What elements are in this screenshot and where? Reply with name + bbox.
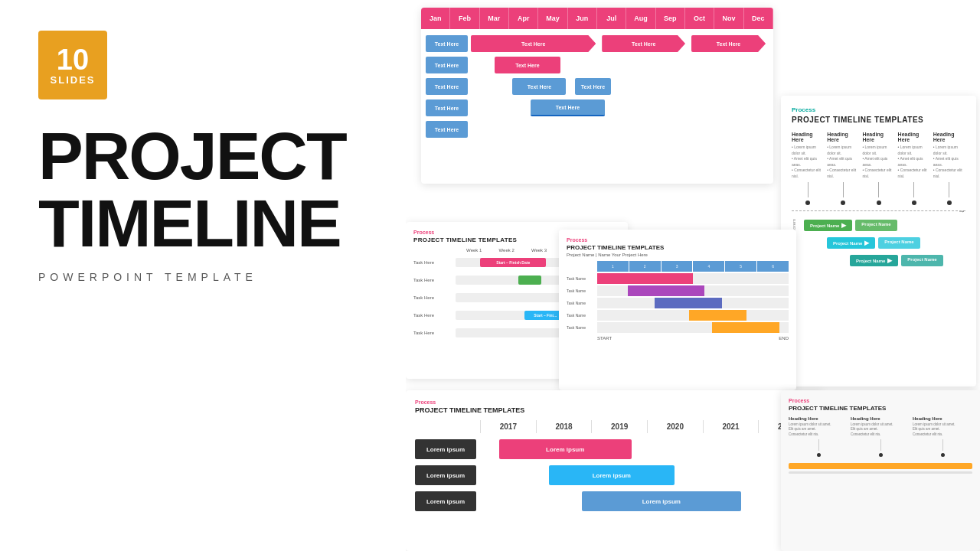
- bar-3b: Text Here: [575, 78, 611, 95]
- row-label-3: Text Here: [426, 78, 468, 95]
- heading-col-3: Heading Here • Lorem ipsum dolor sit.• A…: [862, 132, 894, 205]
- process-label-6: Process: [789, 398, 972, 403]
- subtitle: POWERPOINT TEMPLATE: [38, 271, 257, 283]
- col-text-4: • Lorem ipsum dolor sit.• Amet elit quis…: [898, 145, 930, 179]
- slide-preview-1[interactable]: JanFebMarAprMayJunJulAugSepOctNovDec Tex…: [421, 8, 773, 184]
- dashed-line: [792, 210, 965, 211]
- left-panel: 10 SLIDES PROJECT TIMELINE POWERPOINT TE…: [0, 0, 406, 551]
- task-name-c2: Task Name: [567, 285, 597, 296]
- col-title-3: Heading Here: [862, 132, 894, 142]
- task-track-c4: [597, 310, 789, 321]
- hcol-dot-6-3: [941, 453, 945, 457]
- row-label-2: Text Here: [426, 57, 468, 73]
- bar-2a: Text Here: [495, 57, 560, 73]
- lorem-row-2: Lorem ipsum Lorem ipsum: [415, 465, 814, 485]
- hcol-6-1: Heading Here Lorem ipsum dolor sit amet.…: [789, 416, 848, 457]
- col-title-5: Heading Here: [933, 132, 965, 142]
- slide-preview-6[interactable]: Process PROJECT TIMELINE TEMPLATES Headi…: [781, 390, 980, 551]
- month-sep: Sep: [656, 8, 685, 29]
- slide-title-4: PROJECT TIMELINE TEMPLATES: [567, 244, 789, 251]
- colored-bar-c1: [597, 273, 693, 284]
- heading-cols-6: Heading Here Lorem ipsum dolor sit amet.…: [789, 416, 972, 457]
- lorem-bar-2: Lorem ipsum: [549, 465, 675, 485]
- task-bar-1: Start – Finish Date: [480, 258, 546, 267]
- heading-col-4: Heading Here • Lorem ipsum dolor sit.• A…: [898, 132, 930, 205]
- col-line-3: [878, 182, 879, 197]
- heading-columns: Heading Here • Lorem ipsum dolor sit.• A…: [792, 132, 965, 205]
- process-label-2: Process: [792, 106, 965, 113]
- row-bar-area-1: Text Here Text Here Text Here: [471, 35, 769, 52]
- colored-row-3: Task Name: [567, 298, 789, 308]
- task-track-c5: [597, 322, 789, 333]
- proj-bar-2b: Project Name: [878, 237, 920, 249]
- bar-arrow-3a: ▶: [887, 257, 892, 264]
- proj-bar-1a: Project Name ▶: [804, 220, 852, 231]
- colored-row-4: Task Name: [567, 310, 789, 321]
- col-text-5: • Lorem ipsum dolor sit.• Amet elit quis…: [933, 145, 965, 179]
- colored-bar-c4: [689, 310, 746, 321]
- col-line-1: [808, 182, 808, 197]
- task-label-3: Task Here: [413, 295, 456, 300]
- hcol-text-6-3: Lorem ipsum dolor sit amet.Elit quis am …: [913, 422, 972, 437]
- slide-count-badge: 10 SLIDES: [38, 31, 107, 99]
- hcol-text-6-2: Lorem ipsum dolor sit amet.Elit quis am …: [851, 422, 910, 437]
- slide-preview-5[interactable]: Process PROJECT TIMELINE TEMPLATES 2017 …: [406, 390, 823, 551]
- week-1: Week 1: [458, 248, 490, 253]
- col-line-2: [843, 182, 844, 197]
- num-col-6: 6: [757, 261, 789, 272]
- hcol-dot-6-2: [879, 453, 883, 457]
- lorem-track-2: Lorem ipsum: [482, 465, 814, 485]
- month-apr: Apr: [509, 8, 538, 29]
- month-aug: Aug: [626, 8, 655, 29]
- task-name-c4: Task Name: [567, 310, 597, 321]
- heading-col-1: Heading Here • Lorem ipsum dolor sit.• A…: [792, 132, 824, 205]
- process-label-4: Process: [567, 237, 789, 243]
- col-title-4: Heading Here: [898, 132, 930, 142]
- lorem-track-3: Lorem ipsum: [482, 491, 814, 511]
- gantt-row-3: Text Here Text Here Text Here: [426, 78, 769, 95]
- month-jun: Jun: [568, 8, 597, 29]
- col-dot-4: [912, 201, 916, 205]
- task-name-c5: Task Name: [567, 322, 597, 333]
- bottom-bar-6: [789, 463, 972, 469]
- task-label-2: Task Here: [413, 278, 456, 282]
- slide-preview-4[interactable]: Process PROJECT TIMELINE TEMPLATES Proje…: [559, 230, 796, 390]
- row-label-4: Text Here: [426, 99, 468, 116]
- task-track-c1: [597, 273, 789, 284]
- year-2017: 2017: [480, 420, 536, 433]
- hcol-title-6-2: Heading Here: [851, 416, 910, 421]
- col-line-5: [949, 182, 949, 197]
- lorem-track-1: Lorem ipsum: [482, 439, 814, 459]
- lorem-label-1: Lorem ipsum: [415, 439, 476, 459]
- row-label-1: Text Here: [426, 35, 468, 52]
- hcol-6-2: Heading Here Lorem ipsum dolor sit amet.…: [851, 416, 910, 457]
- col-text-3: • Lorem ipsum dolor sit.• Amet elit quis…: [862, 145, 894, 179]
- month-mar: Mar: [480, 8, 509, 29]
- row-bar-area-5: [471, 121, 769, 138]
- col-title-2: Heading Here: [827, 132, 859, 142]
- end-label: END: [779, 336, 789, 341]
- lorem-bar-1: Lorem ipsum: [499, 439, 632, 459]
- task-name-c3: Task Name: [567, 298, 597, 308]
- bar-3a: Text Here: [512, 78, 566, 95]
- col-dot-1: [805, 201, 810, 205]
- slide-preview-2[interactable]: Process PROJECT TIMELINE TEMPLATES Headi…: [781, 96, 976, 386]
- title-line2: TIMELINE: [38, 190, 341, 257]
- colored-row-1: Task Name: [567, 273, 789, 284]
- month-oct: Oct: [685, 8, 714, 29]
- bar-4a: Text Here: [531, 99, 605, 116]
- proj-bar-3b: Project Name: [901, 255, 942, 266]
- gantt-header-nums: 1 2 3 4 5 6: [597, 261, 789, 272]
- process-label-5: Process: [415, 399, 814, 405]
- bar-1a: Text Here: [471, 35, 596, 52]
- col-title-1: Heading Here: [792, 132, 824, 142]
- hcol-dot-6-1: [817, 453, 821, 457]
- project-name-label: Project Name | Name Your Project Here: [567, 253, 789, 257]
- month-feb: Feb: [450, 8, 479, 29]
- gantt-row-2: Text Here Text Here: [426, 57, 769, 73]
- lorem-label-3: Lorem ipsum: [415, 491, 476, 511]
- start-label: START: [597, 336, 612, 341]
- lorem-row-1: Lorem ipsum Lorem ipsum: [415, 439, 814, 459]
- proj-bar-group-1: Project Name ▶ Project Name: [804, 220, 965, 231]
- proj-row-3: Lorem Project Name ▶ Project Name: [792, 254, 965, 267]
